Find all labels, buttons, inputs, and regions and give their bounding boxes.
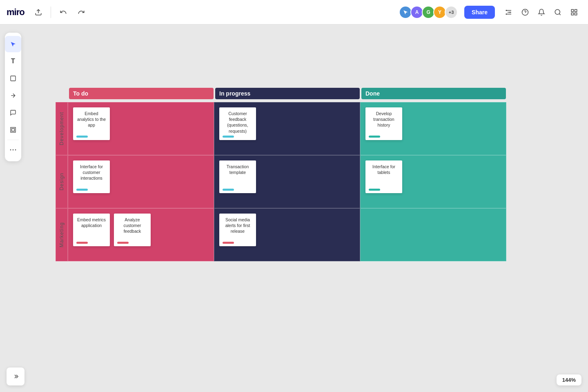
help-icon-btn[interactable]	[518, 5, 532, 20]
svg-point-19	[10, 149, 11, 151]
left-toolbar: T	[5, 33, 21, 161]
sticky-develop-transaction[interactable]: Develop transaction history	[365, 107, 402, 140]
sticky-interface-tablets[interactable]: Interface for tablets	[365, 160, 402, 193]
sticky-bar	[223, 242, 234, 244]
sticky-embed-metrics[interactable]: Embed metrics application	[73, 214, 110, 246]
export-button[interactable]	[31, 5, 46, 20]
svg-point-9	[555, 9, 560, 14]
svg-rect-11	[571, 9, 573, 11]
svg-rect-14	[575, 13, 577, 15]
svg-point-21	[15, 149, 16, 151]
row-label-design: Design	[56, 155, 68, 208]
kanban-grid: Development Embed analytics to the app C…	[55, 102, 507, 262]
cell-design-inprogress[interactable]: Transaction template	[214, 155, 360, 208]
settings-icon-btn[interactable]	[501, 5, 516, 20]
more-tools[interactable]	[5, 142, 21, 158]
cell-design-done[interactable]: Interface for tablets	[360, 155, 506, 208]
cell-marketing-inprogress[interactable]: Social media alerts for first release	[214, 208, 360, 261]
sticky-customer-feedback[interactable]: Customer feedback (questions, requests)	[219, 107, 256, 140]
svg-point-20	[13, 149, 14, 151]
toolbar-divider	[7, 140, 19, 140]
topbar-right-icons	[501, 5, 581, 20]
topbar: miro A G Y +3 Share	[0, 0, 588, 24]
comment-tool[interactable]	[5, 105, 21, 121]
cell-development-todo[interactable]: Embed analytics to the app	[68, 102, 214, 155]
sticky-social-media[interactable]: Social media alerts for first release	[219, 214, 256, 246]
cell-development-done[interactable]: Develop transaction history	[360, 102, 506, 155]
svg-rect-12	[575, 9, 577, 11]
sticky-embed-analytics[interactable]: Embed analytics to the app	[73, 107, 110, 140]
zoom-indicator: 144%	[557, 374, 581, 385]
svg-rect-15	[11, 76, 16, 81]
search-icon-btn[interactable]	[550, 5, 565, 20]
sticky-bar	[76, 136, 88, 138]
miro-logo: miro	[7, 7, 24, 18]
cell-marketing-done	[360, 208, 506, 261]
svg-rect-13	[571, 13, 573, 15]
col-header-inprogress: In progress	[215, 88, 360, 99]
undo-button[interactable]	[56, 5, 71, 20]
pen-tool[interactable]	[5, 87, 21, 104]
sticky-bar	[223, 189, 234, 191]
cell-development-inprogress[interactable]: Customer feedback (questions, requests)	[214, 102, 360, 155]
cell-marketing-todo[interactable]: Embed metrics application Analyze custom…	[68, 208, 214, 261]
svg-line-10	[559, 13, 560, 15]
select-tool[interactable]	[5, 36, 21, 52]
canvas-area[interactable]: To do In progress Done Development Embed…	[0, 24, 588, 392]
svg-rect-17	[11, 127, 16, 132]
col-header-todo: To do	[69, 88, 214, 99]
sticky-analyze-feedback[interactable]: Analyze customer feedback	[114, 214, 151, 246]
share-button[interactable]: Share	[464, 6, 495, 19]
sticky-bar	[117, 242, 129, 244]
notifications-icon-btn[interactable]	[534, 5, 549, 20]
sticky-transaction-template[interactable]: Transaction template	[219, 160, 256, 193]
svg-point-6	[506, 13, 507, 15]
kanban-board: To do In progress Done Development Embed…	[55, 88, 507, 262]
cell-design-todo[interactable]: Interface for customer interactions	[68, 155, 214, 208]
divider-1	[51, 7, 51, 18]
sticky-bar	[223, 136, 234, 138]
sticky-bar	[369, 189, 380, 191]
svg-point-4	[506, 10, 507, 11]
col-header-done: Done	[361, 88, 506, 99]
text-tool[interactable]: T	[5, 53, 21, 69]
sticky-bar	[76, 189, 88, 191]
row-label-marketing: Marketing	[56, 208, 68, 261]
sticky-interface-customer[interactable]: Interface for customer interactions	[73, 160, 110, 193]
expand-panel-button[interactable]	[7, 368, 24, 385]
sticky-bar	[369, 136, 380, 138]
frame-tool[interactable]	[5, 122, 21, 138]
sticky-tool[interactable]	[5, 70, 21, 87]
svg-rect-18	[12, 129, 15, 131]
row-label-development: Development	[56, 102, 68, 155]
sticky-bar	[76, 242, 88, 244]
collaborators-avatars: A G Y +3	[399, 6, 458, 19]
column-headers: To do In progress Done	[67, 88, 507, 99]
redo-button[interactable]	[74, 5, 89, 20]
board-icon-btn[interactable]	[567, 5, 581, 20]
svg-point-5	[510, 11, 511, 13]
avatar-plus: +3	[445, 6, 458, 19]
